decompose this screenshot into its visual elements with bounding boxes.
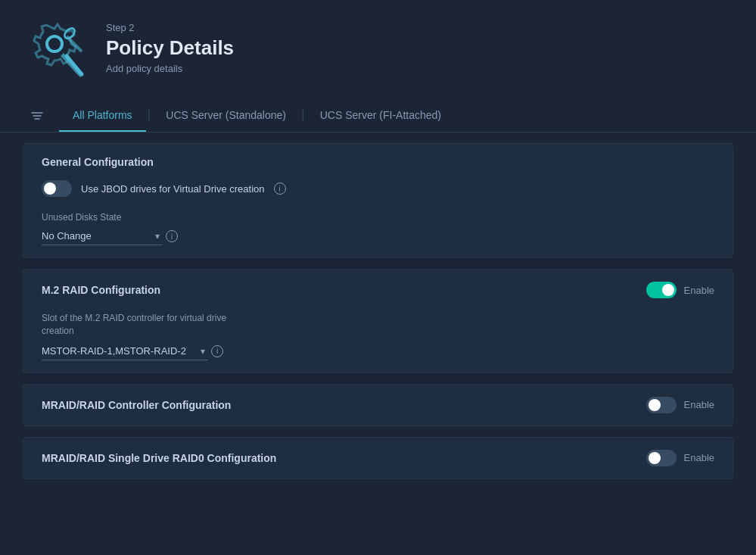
page-subtitle: Add policy details: [106, 63, 234, 74]
filter-icon[interactable]: [30, 109, 44, 126]
mraid-controller-section: MRAID/RAID Controller Configuration Enab…: [23, 384, 733, 426]
mraid-single-drive-header: MRAID/RAID Single Drive RAID0 Configurat…: [42, 450, 714, 466]
mraid-single-drive-section: MRAID/RAID Single Drive RAID0 Configurat…: [23, 437, 733, 479]
tabs-bar: All Platforms | UCS Server (Standalone) …: [0, 95, 756, 133]
unused-disks-select[interactable]: No Change JBOD Unconfigured Good: [42, 227, 163, 245]
tab-ucs-fi-attached[interactable]: UCS Server (FI-Attached): [306, 103, 455, 132]
mraid-single-drive-enable-wrap: Enable: [646, 450, 714, 466]
jbod-row: Use JBOD drives for Virtual Drive creati…: [42, 180, 714, 197]
jbod-toggle[interactable]: [42, 180, 72, 197]
m2-toggle[interactable]: [646, 282, 677, 298]
slot-select[interactable]: MSTOR-RAID-1,MSTOR-RAID-2 MSTOR-RAID-1 M…: [42, 342, 208, 360]
slot-info-icon[interactable]: i: [211, 345, 223, 357]
general-config-content: Use JBOD drives for Virtual Drive creati…: [42, 180, 714, 245]
m2-toggle-thumb: [662, 284, 674, 296]
header-text: Step 2 Policy Details Add policy details: [106, 22, 234, 74]
mraid-single-drive-enable-label: Enable: [684, 452, 714, 463]
header: Step 2 Policy Details Add policy details: [0, 0, 756, 95]
jbod-info-icon[interactable]: i: [274, 182, 286, 195]
mraid-controller-enable-wrap: Enable: [646, 397, 714, 413]
slot-dropdown-wrap: MSTOR-RAID-1,MSTOR-RAID-2 MSTOR-RAID-1 M…: [42, 342, 714, 360]
m2-toggle-track: [646, 282, 677, 298]
mraid-single-drive-thumb: [649, 452, 661, 464]
svg-point-0: [47, 36, 62, 51]
unused-disks-label: Unused Disks State: [42, 212, 714, 223]
jbod-label: Use JBOD drives for Virtual Drive creati…: [81, 183, 265, 195]
mraid-single-drive-toggle[interactable]: [646, 450, 677, 466]
general-config-title: General Configuration: [42, 156, 154, 168]
m2-config-content: Slot of the M.2 RAID controller for virt…: [42, 312, 714, 360]
page-wrapper: Step 2 Policy Details Add policy details…: [0, 0, 756, 555]
policy-icon: [23, 14, 91, 82]
tab-all-platforms[interactable]: All Platforms: [59, 103, 146, 132]
header-container: Step 2 Policy Details Add policy details: [0, 0, 756, 95]
tab-separator-2: |: [301, 106, 305, 129]
mraid-single-drive-title: MRAID/RAID Single Drive RAID0 Configurat…: [42, 452, 276, 464]
unused-disks-dropdown-wrap: No Change JBOD Unconfigured Good ▾ i: [42, 227, 714, 245]
unused-disks-chevron: ▾: [155, 231, 160, 242]
page-title: Policy Details: [106, 36, 234, 60]
m2-enable-label: Enable: [684, 285, 714, 296]
general-config-section: General Configuration Use JBOD drives fo…: [23, 143, 733, 258]
unused-disks-field: Unused Disks State No Change JBOD Unconf…: [42, 212, 714, 245]
slot-field-label: Slot of the M.2 RAID controller for virt…: [42, 312, 714, 338]
slot-chevron: ▾: [201, 346, 205, 357]
mraid-controller-header: MRAID/RAID Controller Configuration Enab…: [42, 397, 714, 413]
jbod-toggle-track: [42, 180, 72, 197]
unused-disks-info-icon[interactable]: i: [166, 230, 178, 242]
mraid-controller-title: MRAID/RAID Controller Configuration: [42, 399, 231, 411]
m2-raid-section: M.2 RAID Configuration Enable Slot of th…: [23, 269, 733, 373]
mraid-controller-toggle[interactable]: [646, 397, 677, 413]
general-config-header: General Configuration: [42, 156, 714, 168]
tab-ucs-standalone[interactable]: UCS Server (Standalone): [152, 103, 300, 132]
mraid-controller-enable-label: Enable: [684, 399, 714, 410]
mraid-single-drive-track: [646, 450, 677, 466]
m2-raid-title: M.2 RAID Configuration: [42, 284, 160, 296]
step-label: Step 2: [106, 22, 234, 33]
mraid-controller-thumb: [649, 399, 661, 411]
tab-separator-1: |: [148, 106, 151, 129]
m2-enable-wrap: Enable: [646, 282, 714, 298]
mraid-controller-track: [646, 397, 677, 413]
jbod-toggle-thumb: [44, 182, 56, 195]
m2-raid-header: M.2 RAID Configuration Enable: [42, 282, 714, 298]
